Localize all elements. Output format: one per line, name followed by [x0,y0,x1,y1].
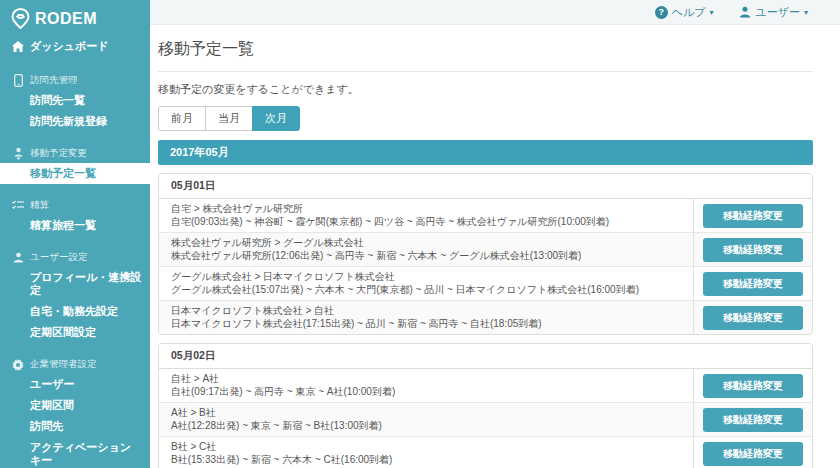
change-route-button[interactable]: 移動経路変更 [703,272,803,296]
sidebar-item-visit-list[interactable]: 訪問先一覧 [0,90,150,111]
sidebar-item-settlement-list[interactable]: 精算旅程一覧 [0,215,150,236]
sidebar-item-schedule-list[interactable]: 移動予定一覧 [0,163,150,184]
trip-route: グーグル株式会社(15:07出発) ~ 六本木 ~ 大門(東京都) ~ 品川 ~… [171,283,681,296]
tab-previous-month[interactable]: 前月 [158,106,206,131]
change-route-button[interactable]: 移動経路変更 [703,238,803,262]
trip-route: B社(15:33出発) ~ 新宿 ~ 六本木 ~ C社(16:00到着) [171,453,681,466]
sidebar-section-label: 精算 [30,199,49,212]
sidebar-item-commuter-pass-settings[interactable]: 定期区間設定 [0,322,150,343]
trip-info: 自宅 > 株式会社ヴァル研究所 自宅(09:03出発) ~ 神谷町 ~ 霞ケ関(… [159,199,694,232]
trip-title: 自社 > A社 [171,372,681,385]
change-route-button[interactable]: 移動経路変更 [703,374,803,398]
mobile-icon [12,75,24,87]
trip-action-cell: 移動経路変更 [694,369,812,402]
chevron-down-icon: ▾ [804,8,808,17]
checklist-icon [12,200,24,212]
user-icon [12,252,24,264]
sidebar-section-label: 企業管理者設定 [30,358,97,371]
rodem-pin-icon [11,8,30,30]
day-header: 05月02日 [159,344,812,369]
logo-text: RODEM [35,10,97,28]
sidebar-item-home-office-settings[interactable]: 自宅・勤務先設定 [0,301,150,322]
sidebar: RODEM ダッシュボード 訪問先管理 訪問先一覧 訪問先新規登録 移動予定変更… [0,0,150,468]
trip-title: 日本マイクロソフト株式会社 > 自社 [171,304,681,317]
table-row: 株式会社ヴァル研究所 > グーグル株式会社 株式会社ヴァル研究所(12:06出発… [159,233,812,267]
sidebar-section-settlement: 精算 精算旅程一覧 [0,196,150,236]
change-route-button[interactable]: 移動経路変更 [703,408,803,432]
table-row: 日本マイクロソフト株式会社 > 自社 日本マイクロソフト株式会社(17:15出発… [159,301,812,334]
sidebar-section-admin-settings: 企業管理者設定 ユーザー 定期区間 訪問先 アクティベーションキー 企業設定 [0,355,150,468]
sidebar-section-visits-head[interactable]: 訪問先管理 [0,71,150,90]
trip-title: A社 > B社 [171,406,681,419]
month-tab-group: 前月 当月 次月 [158,106,300,131]
trip-route: 日本マイクロソフト株式会社(17:15出発) ~ 品川 ~ 新宿 ~ 高円寺 ~… [171,317,681,330]
trip-info: 株式会社ヴァル研究所 > グーグル株式会社 株式会社ヴァル研究所(12:06出発… [159,233,694,266]
main-content: 移動予定一覧 移動予定の変更をすることができます。 前月 当月 次月 2017年… [150,25,840,468]
trip-route: 自社(09:17出発) ~ 高円寺 ~ 東京 ~ A社(10:00到着) [171,385,681,398]
help-menu[interactable]: ? ヘルプ ▾ [655,5,714,20]
trip-info: B社 > C社 B社(15:33出発) ~ 新宿 ~ 六本木 ~ C社(16:0… [159,437,694,468]
sidebar-section-schedule: 移動予定変更 移動予定一覧 [0,144,150,184]
help-icon: ? [655,6,668,19]
day-panel: 05月01日 自宅 > 株式会社ヴァル研究所 自宅(09:03出発) ~ 神谷町… [158,173,813,335]
topbar: ? ヘルプ ▾ ユーザー ▾ [150,0,840,25]
sidebar-item-label: ダッシュボード [30,39,109,54]
sidebar-item-admin-visits[interactable]: 訪問先 [0,416,150,437]
trip-action-cell: 移動経路変更 [694,199,812,232]
sidebar-section-label: ユーザー設定 [30,251,87,264]
sidebar-section-label: 訪問先管理 [30,74,78,87]
tab-current-month[interactable]: 当月 [205,106,253,131]
sidebar-section-user-settings-head[interactable]: ユーザー設定 [0,248,150,267]
day-panel: 05月02日 自社 > A社 自社(09:17出発) ~ 高円寺 ~ 東京 ~ … [158,343,813,468]
sidebar-section-schedule-head[interactable]: 移動予定変更 [0,144,150,163]
table-row: B社 > C社 B社(15:33出発) ~ 新宿 ~ 六本木 ~ C社(16:0… [159,437,812,468]
sidebar-section-label: 移動予定変更 [30,147,87,160]
trip-action-cell: 移動経路変更 [694,403,812,436]
gear-icon [12,359,24,371]
sidebar-item-admin-users[interactable]: ユーザー [0,374,150,395]
user-menu-label: ユーザー [755,5,800,20]
sidebar-section-visits: 訪問先管理 訪問先一覧 訪問先新規登録 [0,71,150,132]
page-description: 移動予定の変更をすることができます。 [158,82,813,97]
trip-title: B社 > C社 [171,440,681,453]
sidebar-item-admin-commuter-pass[interactable]: 定期区間 [0,395,150,416]
person-pin-icon [12,148,24,160]
trip-action-cell: 移動経路変更 [694,437,812,468]
table-row: グーグル株式会社 > 日本マイクロソフト株式会社 グーグル株式会社(15:07出… [159,267,812,301]
change-route-button[interactable]: 移動経路変更 [703,306,803,330]
app-logo[interactable]: RODEM [0,0,150,32]
table-row: 自社 > A社 自社(09:17出発) ~ 高円寺 ~ 東京 ~ A社(10:0… [159,369,812,403]
sidebar-item-visit-register[interactable]: 訪問先新規登録 [0,111,150,132]
trip-info: グーグル株式会社 > 日本マイクロソフト株式会社 グーグル株式会社(15:07出… [159,267,694,300]
trip-action-cell: 移動経路変更 [694,233,812,266]
change-route-button[interactable]: 移動経路変更 [703,204,803,228]
trip-action-cell: 移動経路変更 [694,301,812,334]
sidebar-section-user-settings: ユーザー設定 プロフィール・連携設定 自宅・勤務先設定 定期区間設定 [0,248,150,343]
trip-route: 自宅(09:03出発) ~ 神谷町 ~ 霞ケ関(東京都) ~ 四ツ谷 ~ 高円寺… [171,215,681,228]
sidebar-item-activation-key[interactable]: アクティベーションキー [0,437,150,468]
trip-info: 自社 > A社 自社(09:17出発) ~ 高円寺 ~ 東京 ~ A社(10:0… [159,369,694,402]
user-menu[interactable]: ユーザー ▾ [739,5,808,20]
sidebar-item-dashboard[interactable]: ダッシュボード [0,32,150,59]
sidebar-section-settlement-head[interactable]: 精算 [0,196,150,215]
home-icon [12,41,24,53]
day-header: 05月01日 [159,174,812,199]
month-banner: 2017年05月 [158,140,813,165]
trip-info: A社 > B社 A社(12:28出発) ~ 東京 ~ 新宿 ~ B社(13:00… [159,403,694,436]
trip-title: 自宅 > 株式会社ヴァル研究所 [171,202,681,215]
sidebar-section-admin-settings-head[interactable]: 企業管理者設定 [0,355,150,374]
sidebar-item-profile-settings[interactable]: プロフィール・連携設定 [0,267,150,301]
chevron-down-icon: ▾ [709,8,713,17]
table-row: 自宅 > 株式会社ヴァル研究所 自宅(09:03出発) ~ 神谷町 ~ 霞ケ関(… [159,199,812,233]
trip-action-cell: 移動経路変更 [694,267,812,300]
trip-info: 日本マイクロソフト株式会社 > 自社 日本マイクロソフト株式会社(17:15出発… [159,301,694,334]
trip-route: A社(12:28出発) ~ 東京 ~ 新宿 ~ B社(13:00到着) [171,419,681,432]
tab-next-month[interactable]: 次月 [252,106,300,131]
trip-title: 株式会社ヴァル研究所 > グーグル株式会社 [171,236,681,249]
change-route-button[interactable]: 移動経路変更 [703,442,803,466]
trip-title: グーグル株式会社 > 日本マイクロソフト株式会社 [171,270,681,283]
page-title: 移動予定一覧 [158,35,813,72]
trip-route: 株式会社ヴァル研究所(12:06出発) ~ 高円寺 ~ 新宿 ~ 六本木 ~ グ… [171,249,681,262]
help-menu-label: ヘルプ [672,5,706,20]
table-row: A社 > B社 A社(12:28出発) ~ 東京 ~ 新宿 ~ B社(13:00… [159,403,812,437]
